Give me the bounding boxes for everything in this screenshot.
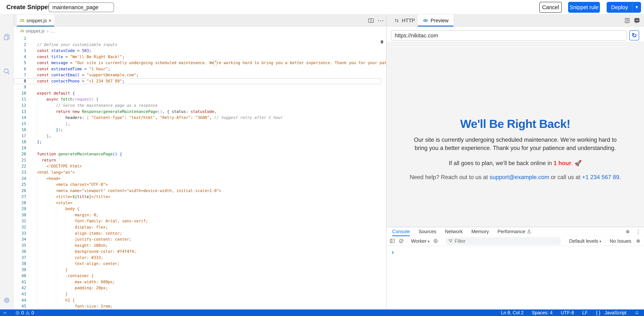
code-line[interactable]: 6const estimatedTime = "1 hour"; (14, 66, 386, 72)
devtools-tab-network[interactable]: Network (445, 227, 463, 236)
code-line[interactable]: 32 display: flex; (14, 224, 386, 230)
editor-more-actions-icon[interactable]: ⋯ (378, 15, 384, 27)
context-selector[interactable]: Worker▾ (411, 238, 430, 244)
code-line[interactable]: 19 (14, 145, 386, 151)
docs-icon[interactable] (624, 17, 630, 24)
settings-gear-icon[interactable] (2, 296, 11, 304)
code-area[interactable]: 12// Define your customizable inputs3con… (14, 36, 386, 309)
clear-console-icon[interactable] (398, 238, 404, 244)
filter-input[interactable] (455, 238, 548, 244)
code-line[interactable]: 33 align-items: center; (14, 230, 386, 236)
encoding-setting[interactable]: UTF-8 (561, 310, 574, 315)
chat-icon[interactable] (634, 17, 640, 24)
snippet-name-input[interactable] (48, 3, 114, 12)
code-line[interactable]: 35 height: 100vh; (14, 242, 386, 249)
code-line[interactable]: 27 <title>${title}</title> (14, 194, 386, 200)
files-icon[interactable] (2, 33, 11, 41)
language-mode[interactable]: { } JavaScript (596, 310, 626, 315)
breadcrumb-file[interactable]: snippet.js (26, 29, 44, 34)
console-settings-gear-icon[interactable] (636, 238, 641, 244)
url-input[interactable] (391, 30, 627, 41)
code-line[interactable]: 14 headers: { "Content-Type": "text/html… (14, 115, 386, 121)
code-line[interactable]: 45 font-size: 2rem; (14, 303, 386, 309)
tab-http[interactable]: HTTP (389, 15, 420, 27)
code-line[interactable]: 18}; (14, 139, 386, 145)
code-line[interactable]: 26 <meta name="viewport" content="width=… (14, 188, 386, 194)
cancel-button[interactable]: Cancel (539, 2, 562, 13)
code-line[interactable]: 17 }, (14, 133, 386, 139)
default-levels-dropdown[interactable]: Default levels▾ (569, 238, 601, 244)
code-line[interactable]: 15 }, (14, 121, 386, 127)
code-line[interactable]: 22 <!DOCTYPE html> (14, 163, 386, 169)
code-line[interactable]: 13 return new Response(generateMaintenan… (14, 109, 386, 115)
devtools-tabbar-right: ⋮ (625, 227, 641, 236)
code-line[interactable]: 29 body { (14, 206, 386, 212)
code-line[interactable]: 9 (14, 84, 386, 90)
code-line[interactable]: 8const contactPhone = "+1 234 567 89"; (14, 78, 386, 84)
console-sidebar-icon[interactable] (390, 238, 395, 244)
breadcrumb[interactable]: JS snippet.js › … (14, 27, 386, 35)
close-tab-icon[interactable]: × (48, 18, 52, 23)
code-line[interactable]: 10export default { (14, 90, 386, 97)
split-editor-icon[interactable] (368, 15, 374, 27)
tab-snippet-js[interactable]: JS snippet.js × (17, 15, 54, 27)
code-line[interactable]: 20function generateMaintenancePage() { (14, 151, 386, 157)
code-line[interactable]: 28 <style> (14, 200, 386, 206)
problems-indicator[interactable]: 0 0 (15, 310, 34, 315)
code-line[interactable]: 30 margin: 0; (14, 212, 386, 218)
eol-setting[interactable]: LF (582, 310, 588, 315)
code-line[interactable]: 16 }); (14, 127, 386, 133)
code-line[interactable]: 38 text-align: center; (14, 261, 386, 267)
devtools-settings-gear-icon[interactable] (625, 229, 630, 234)
console-filter[interactable] (445, 237, 561, 245)
code-line[interactable]: 1 (14, 36, 386, 42)
devtools-tab-memory[interactable]: Memory (471, 227, 489, 236)
code-line[interactable]: 11 async fetch(request) { (14, 96, 386, 103)
search-icon[interactable] (2, 67, 11, 76)
code-line[interactable]: 41 max-width: 600px; (14, 279, 386, 285)
devtools-tab-performance[interactable]: Performance (498, 227, 531, 236)
deploy-button[interactable]: Deploy ▼ (606, 2, 641, 13)
remote-indicator-icon[interactable] (2, 310, 7, 315)
indent-guide (37, 279, 37, 285)
code-line[interactable]: 7const contactEmail = "support@example.c… (14, 72, 386, 78)
code-line[interactable]: 34 justify-content: center; (14, 236, 386, 242)
code-line[interactable]: 23<html lang="en"> (14, 169, 386, 176)
devtools-tab-console[interactable]: Console (392, 227, 410, 236)
code-line[interactable]: 12 // Serve the maintenance page as a re… (14, 103, 386, 109)
code-line[interactable]: 42 padding: 20px; (14, 285, 386, 291)
deploy-dropdown-caret-icon[interactable]: ▼ (632, 2, 641, 13)
snippet-rule-button[interactable]: Snippet rule (568, 2, 600, 13)
phone-link[interactable]: +1 234 567 89 (582, 174, 619, 180)
console-prompt-chevron[interactable]: › (392, 248, 394, 256)
code-line[interactable]: 4const title = "We'll Be Right Back!"; (14, 54, 386, 60)
tab-preview[interactable]: Preview (418, 15, 454, 27)
code-line[interactable]: 24 <head> (14, 176, 386, 182)
no-issues-label[interactable]: No Issues (610, 238, 631, 244)
bell-icon[interactable] (635, 310, 639, 315)
refresh-button[interactable]: ↻ (630, 30, 639, 40)
live-expression-eye-icon[interactable] (433, 238, 438, 244)
devtools-tab-sources[interactable]: Sources (418, 227, 436, 236)
devtools-kebab-menu-icon[interactable]: ⋮ (636, 228, 641, 235)
code-line[interactable]: 44 h1 { (14, 297, 386, 303)
code-line[interactable]: 25 <meta charset="UTF-8"> (14, 182, 386, 188)
preview-viewport: We'll Be Right Back! Our site is current… (386, 42, 644, 227)
code-line[interactable]: 36 background-color: #f4f4f4; (14, 248, 386, 255)
code-line[interactable]: 37 color: #333; (14, 255, 386, 261)
breadcrumb-more[interactable]: … (51, 29, 55, 34)
devtools-tab-bar: ConsoleSourcesNetworkMemoryPerformance (386, 227, 644, 236)
code-line[interactable]: 39 } (14, 267, 386, 273)
indent-guide (37, 248, 37, 255)
code-line[interactable]: 5const message = "Our site is currently … (14, 60, 386, 66)
indentation-setting[interactable]: Spaces: 4 (532, 310, 552, 315)
code-line[interactable]: 3const statusCode = 503; (14, 48, 386, 54)
console-output[interactable]: › (386, 246, 644, 309)
code-line[interactable]: 21 return ` (14, 157, 386, 163)
code-line[interactable]: 31 font-family: Arial, sans-serif; (14, 218, 386, 224)
code-line[interactable]: 43 } (14, 291, 386, 297)
code-line[interactable]: 2// Define your customizable inputs (14, 42, 386, 48)
support-email-link[interactable]: support@example.com (490, 174, 549, 180)
cursor-position[interactable]: Ln 8, Col 2 (501, 310, 524, 315)
code-line[interactable]: 40 .container { (14, 273, 386, 279)
